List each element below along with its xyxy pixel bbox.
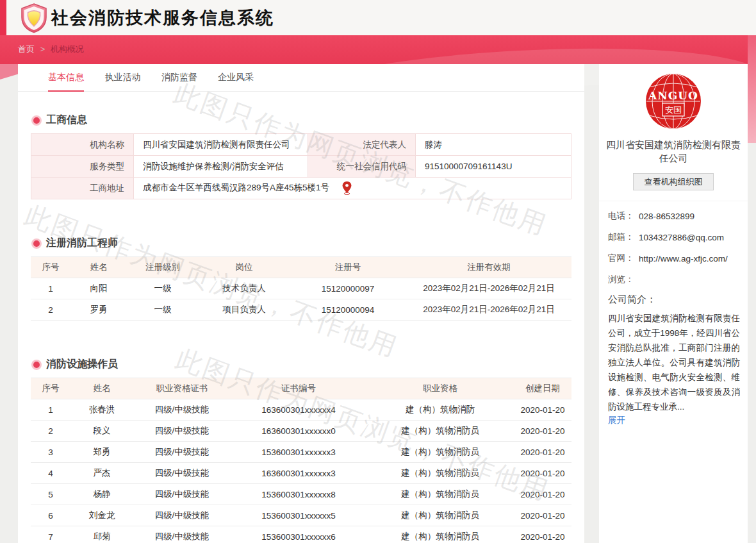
breadcrumb-current: 机构概况 <box>51 44 84 54</box>
cell: 建（构）筑物消防员 <box>366 421 514 442</box>
cell: 项目负责人 <box>199 299 290 321</box>
cell: 2023年02月21日-2026年02月21日 <box>406 278 571 299</box>
col-qualification: 职业资格 <box>366 378 514 399</box>
table-row: 1 张春洪 四级/中级技能 163600301xxxxxx4 建（构）筑物消防 … <box>31 399 571 421</box>
breadcrumb-separator: > <box>40 44 45 54</box>
cell: 刘金龙 <box>70 505 133 526</box>
table-row: 5 杨静 四级/中级技能 153600301xxxxxx8 建（构）筑物消防员 … <box>31 484 571 505</box>
cell: 7 <box>31 526 70 543</box>
cell: 153600301xxxxxx3 <box>231 442 366 463</box>
cell: 2020-01-20 <box>514 505 571 526</box>
cell: 罗勇 <box>70 299 127 321</box>
tab-basic-info[interactable]: 基本信息 <box>48 64 84 92</box>
section-business-info: 工商信息 <box>31 113 571 127</box>
cell: 153600301xxxxxx8 <box>231 484 366 505</box>
cell: 2020-01-20 <box>514 421 571 442</box>
website-label: 官网： <box>608 253 639 265</box>
table-row: 机构名称 四川省安国建筑消防检测有限责任公司 法定代表人 滕涛 <box>31 134 571 156</box>
cell: 2 <box>31 299 70 321</box>
cell: 郑勇 <box>70 442 133 463</box>
operators-table: 序号 姓名 职业资格证书 证书编号 职业资格 创建日期 1 张春洪 四级/中级技… <box>31 378 571 543</box>
cell: 严杰 <box>70 463 133 484</box>
intro-text: 四川省安国建筑消防检测有限责任公司，成立于1998年，经四川省公安消防总队批准，… <box>599 311 748 414</box>
cell: 163600301xxxxxx4 <box>231 399 366 421</box>
cell: 技术负责人 <box>199 278 290 299</box>
tab-bar: 基本信息 执业活动 消防监督 企业风采 <box>18 64 584 92</box>
breadcrumb: 首页 > 机构概况 <box>18 44 84 55</box>
sidebar-company-name: 四川省安国建筑消防检测有限责任公司 <box>599 138 748 165</box>
cell: 2020-01-20 <box>514 399 571 421</box>
table-row: 3 郑勇 四级/中级技能 153600301xxxxxx3 建（构）筑物消防员 … <box>31 442 571 463</box>
value-legal-rep: 滕涛 <box>416 134 571 156</box>
top-header: 社会消防技术服务信息系统 <box>0 0 756 35</box>
svg-text:ANGUO: ANGUO <box>648 89 698 102</box>
expand-link[interactable]: 展开 <box>608 415 625 426</box>
value-address-cell: 成都市金牛区羊西线蜀汉路289号A座45栋5楼1号 <box>134 178 571 199</box>
cell: 邱菊 <box>70 526 133 543</box>
right-edge-strip <box>748 35 756 143</box>
value-service-type: 消防设施维护保养检测/消防安全评估 <box>134 156 308 178</box>
business-info-table: 机构名称 四川省安国建筑消防检测有限责任公司 法定代表人 滕涛 服务类型 消防设… <box>31 133 571 199</box>
phone-row: 电话： 028-86532899 <box>608 210 740 223</box>
header-left-strip <box>0 0 6 35</box>
cell: 2023年02月21日-2026年02月21日 <box>406 299 571 321</box>
page-title: 社会消防技术服务信息系统 <box>51 6 274 29</box>
col-name: 姓名 <box>70 257 127 278</box>
cell: 四级/中级技能 <box>133 442 231 463</box>
table-row: 工商地址 成都市金牛区羊西线蜀汉路289号A座45栋5楼1号 <box>31 178 571 199</box>
breadcrumb-band <box>0 35 756 64</box>
cell: 四级/中级技能 <box>133 505 231 526</box>
cell: 杨静 <box>70 484 133 505</box>
cell: 建（构）筑物消防员 <box>366 442 514 463</box>
cell: 建（构）筑物消防员 <box>366 463 514 484</box>
table-row: 服务类型 消防设施维护保养检测/消防安全评估 统一社会信用代码 91510000… <box>31 156 571 178</box>
map-pin-icon[interactable] <box>342 181 352 195</box>
tab-company-gallery[interactable]: 企业风采 <box>218 64 254 92</box>
cell: 四级/中级技能 <box>133 421 231 442</box>
red-dot-icon <box>33 117 40 124</box>
cell: 3 <box>31 442 70 463</box>
col-name: 姓名 <box>70 378 133 399</box>
email-label: 邮箱： <box>608 231 639 244</box>
cell: 6 <box>31 505 70 526</box>
tab-practice-activity[interactable]: 执业活动 <box>104 64 140 92</box>
phone-label: 电话： <box>608 210 639 223</box>
website-link[interactable]: http://www.ag-xfjc.com/ <box>639 253 728 265</box>
cell: 153600301xxxxxx6 <box>231 526 366 543</box>
tab-fire-supervision[interactable]: 消防监督 <box>161 64 197 92</box>
phone-value: 028-86532899 <box>639 210 694 223</box>
cell: 2020-01-20 <box>514 463 571 484</box>
cell: 153600301xxxxxx5 <box>231 505 366 526</box>
email-row: 邮箱： 1034327886@qq.com <box>608 231 740 244</box>
cell: 1 <box>31 278 70 299</box>
cell: 5 <box>31 484 70 505</box>
col-created: 创建日期 <box>514 378 571 399</box>
svg-text:安国: 安国 <box>665 105 682 115</box>
cell: 4 <box>31 463 70 484</box>
website-row: 官网： http://www.ag-xfjc.com/ <box>608 253 740 265</box>
cell: 2020-01-20 <box>514 484 571 505</box>
view-org-chart-button[interactable]: 查看机构组织图 <box>633 173 714 190</box>
cell: 张春洪 <box>70 399 133 421</box>
breadcrumb-home-link[interactable]: 首页 <box>18 44 35 54</box>
section-title-engineers: 注册消防工程师 <box>46 237 118 250</box>
cell: 2 <box>31 421 70 442</box>
table-row: 7 邱菊 四级/中级技能 153600301xxxxxx6 建（构）筑物消防员 … <box>31 526 571 543</box>
views-label: 浏览： <box>608 274 639 285</box>
main-content-panel: 基本信息 执业活动 消防监督 企业风采 工商信息 机构名称 四川省安国建筑消防检… <box>18 64 584 543</box>
cell: 2020-01-20 <box>514 442 571 463</box>
cell: 段义 <box>70 421 133 442</box>
engineers-table: 序号 姓名 注册级别 岗位 注册号 注册有效期 1 向阳 一级 技术负责人 15… <box>31 256 571 321</box>
cell: 1 <box>31 399 70 421</box>
cell: 四级/中级技能 <box>133 463 231 484</box>
label-address: 工商地址 <box>31 178 134 199</box>
shield-logo-icon <box>19 3 49 33</box>
col-validity: 注册有效期 <box>406 257 571 278</box>
cell: 2020-01-20 <box>514 526 571 543</box>
table-row: 6 刘金龙 四级/中级技能 153600301xxxxxx5 建（构）筑物消防员… <box>31 505 571 526</box>
col-reg-no: 注册号 <box>290 257 406 278</box>
col-position: 岗位 <box>199 257 290 278</box>
value-org-name: 四川省安国建筑消防检测有限责任公司 <box>134 134 308 156</box>
cell: 163600301xxxxxx3 <box>231 463 366 484</box>
anguo-logo: ANGUO 安国 <box>645 73 702 129</box>
